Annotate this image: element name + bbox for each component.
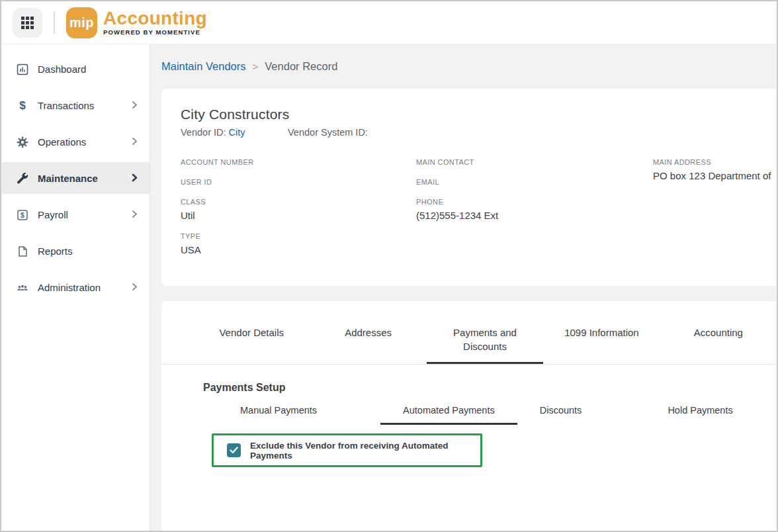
sidebar-item-label: Maintenance (38, 173, 132, 184)
dashboard-icon (17, 64, 28, 75)
payroll-icon: $ (17, 209, 28, 221)
document-icon (17, 245, 28, 257)
fields-column-3: MAIN ADDRESS PO box 123 Department of (653, 155, 777, 264)
sidebar-item-dashboard[interactable]: Dashboard (1, 51, 150, 87)
sidebar-item-reports[interactable]: Reports (1, 233, 150, 269)
sidebar-item-label: Dashboard (38, 64, 138, 75)
grid-icon (21, 17, 34, 29)
field-type: TYPE USA (181, 230, 416, 257)
checkmark-icon (230, 447, 238, 454)
gear-icon (17, 136, 28, 148)
tab-1099-information[interactable]: 1099 Information (543, 326, 660, 364)
highlight-annotation-box: Exclude this Vendor from receiving Autom… (212, 433, 482, 467)
sidebar-item-operations[interactable]: Operations (1, 124, 150, 160)
breadcrumb: Maintain Vendors > Vendor Record (150, 44, 777, 73)
wrench-icon (17, 172, 28, 184)
app-window: mip Accounting POWERED BY MOMENTIVE Dash… (0, 0, 778, 532)
breadcrumb-maintain-vendors[interactable]: Maintain Vendors (161, 60, 246, 73)
payments-setup-heading: Payments Setup (203, 382, 777, 394)
chevron-right-icon (132, 282, 138, 293)
field-account-number: ACCOUNT NUMBER (181, 155, 416, 169)
field-main-address: MAIN ADDRESS PO box 123 Department of (653, 155, 777, 183)
fields-column-1: ACCOUNT NUMBER USER ID CLASS Util TYPE U… (181, 155, 416, 264)
chevron-right-icon (132, 173, 138, 184)
fields-column-2: MAIN CONTACT EMAIL PHONE (512)555-1234 E… (416, 155, 653, 264)
breadcrumb-separator: > (253, 61, 259, 72)
app-launcher-button[interactable] (13, 8, 42, 38)
field-main-contact: MAIN CONTACT (416, 155, 653, 169)
payments-subtabs: Manual Payments Automated Payments Disco… (218, 405, 777, 425)
exclude-vendor-checkbox-label: Exclude this Vendor from receiving Autom… (250, 441, 480, 461)
vendor-summary-card: City Constructors Vendor ID: City Vendor… (161, 89, 777, 286)
sidebar-item-administration[interactable]: Administration (1, 269, 150, 306)
brand-tagline: POWERED BY MOMENTIVE (103, 28, 207, 36)
field-class: CLASS Util (181, 195, 416, 222)
sidebar-item-payroll[interactable]: $ Payroll (1, 197, 150, 233)
tab-addresses[interactable]: Addresses (310, 326, 426, 364)
field-user-id: USER ID (181, 175, 416, 189)
exclude-vendor-checkbox[interactable] (227, 443, 241, 457)
subtab-discounts[interactable]: Discounts (517, 405, 605, 425)
field-phone: PHONE (512)555-1234 Ext (416, 195, 653, 222)
brand-block: Accounting POWERED BY MOMENTIVE (103, 9, 207, 36)
mip-logo-text: mip (69, 15, 94, 30)
dollar-icon: $ (17, 100, 28, 112)
subtab-automated-payments[interactable]: Automated Payments (380, 405, 517, 425)
chevron-right-icon (132, 100, 138, 111)
chevron-right-icon (132, 136, 138, 148)
chevron-right-icon (132, 209, 138, 220)
sidebar-item-label: Payroll (38, 209, 132, 220)
field-email: EMAIL (416, 175, 653, 189)
tab-accounting[interactable]: Accounting (660, 326, 777, 364)
sidebar-item-label: Transactions (38, 100, 132, 111)
tab-vendor-details[interactable]: Vendor Details (193, 326, 310, 364)
vendor-name-title: City Constructors (181, 107, 777, 122)
sidebar-nav: Dashboard $ Transactions (1, 44, 150, 531)
sidebar-item-label: Operations (38, 136, 132, 148)
vendor-system-id-label: Vendor System ID: (288, 127, 368, 138)
subtab-manual-payments[interactable]: Manual Payments (218, 405, 339, 425)
vendor-fields-grid: ACCOUNT NUMBER USER ID CLASS Util TYPE U… (181, 155, 777, 264)
svg-text:$: $ (21, 211, 24, 219)
sidebar-item-maintenance[interactable]: Maintenance (1, 162, 150, 194)
sidebar-item-transactions[interactable]: $ Transactions (1, 87, 150, 124)
top-header: mip Accounting POWERED BY MOMENTIVE (1, 1, 777, 44)
sidebar-item-label: Reports (38, 245, 138, 257)
main-content: Maintain Vendors > Vendor Record City Co… (150, 44, 777, 531)
vendor-id-label: Vendor ID: (181, 127, 226, 138)
vendor-id-row: Vendor ID: City Vendor System ID: (181, 127, 777, 138)
subtab-hold-payments[interactable]: Hold Payments (645, 405, 755, 425)
mip-logo: mip (66, 7, 97, 38)
app-title: Accounting (103, 9, 207, 28)
vendor-tabs: Vendor Details Addresses Payments and Di… (161, 301, 777, 365)
sidebar-item-label: Administration (38, 282, 132, 293)
vendor-id-link[interactable]: City (229, 127, 245, 138)
header-divider (54, 11, 55, 34)
vendor-detail-card: Vendor Details Addresses Payments and Di… (161, 301, 777, 531)
tab-payments-and-discounts[interactable]: Payments and Discounts (427, 326, 543, 364)
people-icon (17, 282, 28, 294)
breadcrumb-vendor-record: Vendor Record (265, 60, 337, 73)
